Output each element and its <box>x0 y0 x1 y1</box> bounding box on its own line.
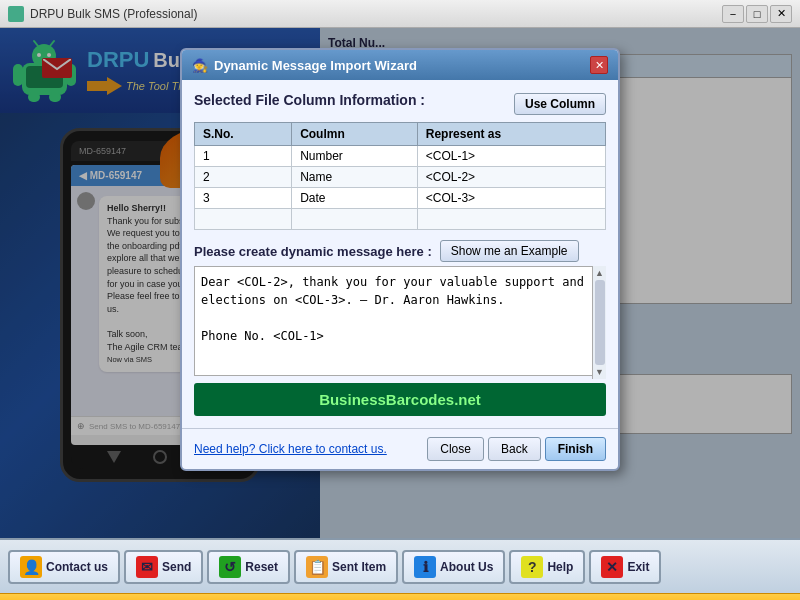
modal-body: Selected File Column Information : Use C… <box>182 80 618 428</box>
about-us-icon: ℹ <box>414 556 436 578</box>
exit-button[interactable]: ✕ Exit <box>589 550 661 584</box>
wizard-icon: 🧙 <box>192 58 208 73</box>
col-header-column: Coulmn <box>292 123 418 146</box>
cell-empty-2 <box>292 209 418 230</box>
about-us-button[interactable]: ℹ About Us <box>402 550 505 584</box>
minimize-button[interactable]: − <box>722 5 744 23</box>
footer-buttons: Close Back Finish <box>427 437 606 461</box>
cell-sno-1: 1 <box>195 146 292 167</box>
table-row-empty <box>195 209 606 230</box>
dynamic-message-textarea[interactable]: Dear <COL-2>, thank you for your valuabl… <box>194 266 606 376</box>
contact-us-icon: 👤 <box>20 556 42 578</box>
cell-col-2: Name <box>292 167 418 188</box>
modal-close-x-button[interactable]: ✕ <box>590 56 608 74</box>
footer-help-link[interactable]: Need help? Click here to contact us. <box>194 442 387 456</box>
modal-title-label: Dynamic Message Import Wizard <box>214 58 417 73</box>
col-header-sno: S.No. <box>195 123 292 146</box>
column-info-table: S.No. Coulmn Represent as 1 Number <COL-… <box>194 122 606 230</box>
send-icon: ✉ <box>136 556 158 578</box>
reset-icon: ↺ <box>219 556 241 578</box>
reset-button[interactable]: ↺ Reset <box>207 550 290 584</box>
table-row: 2 Name <COL-2> <box>195 167 606 188</box>
scroll-thumb <box>595 280 605 365</box>
title-bar-left: DRPU Bulk SMS (Professional) <box>8 6 197 22</box>
sent-item-icon: 📋 <box>306 556 328 578</box>
dynamic-msg-label-text: Please create dynamic message here : <box>194 244 432 259</box>
back-button[interactable]: Back <box>488 437 541 461</box>
contact-us-label: Contact us <box>46 560 108 574</box>
window-title: DRPU Bulk SMS (Professional) <box>30 7 197 21</box>
cell-sno-2: 2 <box>195 167 292 188</box>
cell-empty-1 <box>195 209 292 230</box>
table-row: 1 Number <COL-1> <box>195 146 606 167</box>
modal-title-bar: 🧙 Dynamic Message Import Wizard ✕ <box>182 50 618 80</box>
scroll-down: ▼ <box>595 367 604 377</box>
close-window-button[interactable]: ✕ <box>770 5 792 23</box>
close-button[interactable]: Close <box>427 437 484 461</box>
cell-rep-1: <COL-1> <box>417 146 605 167</box>
sent-item-label: Sent Item <box>332 560 386 574</box>
modal-overlay: 🧙 Dynamic Message Import Wizard ✕ Select… <box>0 28 800 538</box>
help-icon: ? <box>521 556 543 578</box>
section-title: Selected File Column Information : <box>194 92 425 108</box>
reset-label: Reset <box>245 560 278 574</box>
textarea-scrollbar: ▲ ▼ <box>592 266 606 379</box>
sent-item-button[interactable]: 📋 Sent Item <box>294 550 398 584</box>
app-icon <box>8 6 24 22</box>
barcodes-net: .net <box>454 391 481 408</box>
barcodes-text: BusinessBarcodes <box>319 391 454 408</box>
title-bar: DRPU Bulk SMS (Professional) − □ ✕ <box>0 0 800 28</box>
modal-footer: Need help? Click here to contact us. Clo… <box>182 428 618 469</box>
col-header-represent: Represent as <box>417 123 605 146</box>
title-bar-controls: − □ ✕ <box>722 5 792 23</box>
restore-button[interactable]: □ <box>746 5 768 23</box>
help-button[interactable]: ? Help <box>509 550 585 584</box>
toolbar: 👤 Contact us ✉ Send ↺ Reset 📋 Sent Item … <box>0 538 800 593</box>
cell-sno-3: 3 <box>195 188 292 209</box>
contact-us-button[interactable]: 👤 Contact us <box>8 550 120 584</box>
cell-rep-3: <COL-3> <box>417 188 605 209</box>
show-example-button[interactable]: Show me an Example <box>440 240 579 262</box>
cell-empty-3 <box>417 209 605 230</box>
use-column-button[interactable]: Use Column <box>514 93 606 115</box>
scroll-up: ▲ <box>595 268 604 278</box>
dynamic-textarea-container: Dear <COL-2>, thank you for your valuabl… <box>194 266 606 379</box>
cell-col-3: Date <box>292 188 418 209</box>
help-label: Help <box>547 560 573 574</box>
send-button[interactable]: ✉ Send <box>124 550 203 584</box>
dynamic-message-wizard-modal: 🧙 Dynamic Message Import Wizard ✕ Select… <box>180 48 620 471</box>
cell-rep-2: <COL-2> <box>417 167 605 188</box>
dynamic-msg-section: Please create dynamic message here : Sho… <box>194 240 606 262</box>
exit-label: Exit <box>627 560 649 574</box>
exit-icon: ✕ <box>601 556 623 578</box>
status-bar: No Mobile Phone Device is selected. Clic… <box>0 593 800 600</box>
main-area: DRPU Bulk SMS The Tool That Hel... bulk … <box>0 28 800 538</box>
table-row: 3 Date <COL-3> <box>195 188 606 209</box>
finish-button[interactable]: Finish <box>545 437 606 461</box>
modal-title-text: 🧙 Dynamic Message Import Wizard <box>192 58 417 73</box>
barcodes-banner: BusinessBarcodes.net <box>194 383 606 416</box>
cell-col-1: Number <box>292 146 418 167</box>
about-us-label: About Us <box>440 560 493 574</box>
send-label: Send <box>162 560 191 574</box>
